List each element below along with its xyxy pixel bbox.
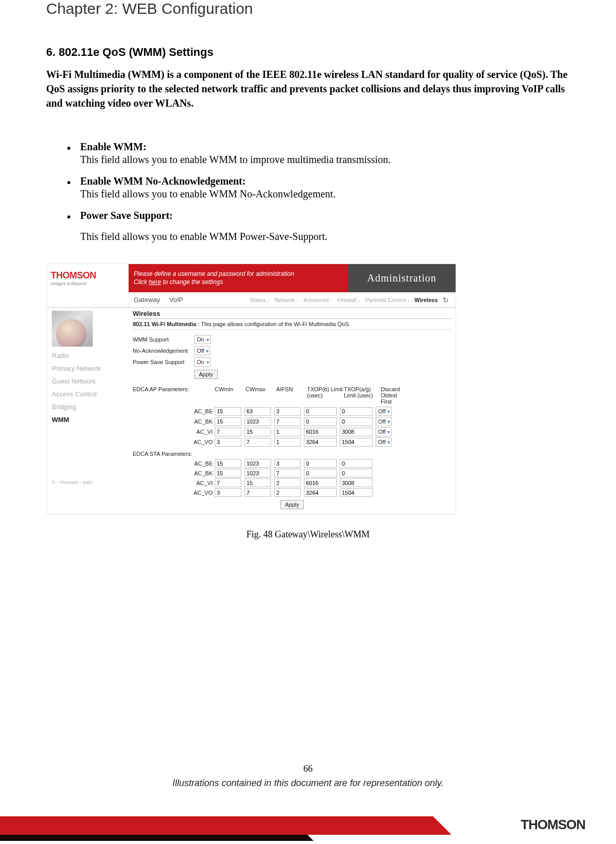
bullet-dot-icon: ● bbox=[67, 175, 71, 200]
edca-input[interactable] bbox=[304, 407, 337, 416]
edca-input[interactable] bbox=[244, 428, 271, 436]
edca-input[interactable] bbox=[274, 428, 301, 436]
discard-select[interactable]: Off▾ bbox=[376, 407, 392, 416]
edca-input[interactable] bbox=[215, 417, 241, 426]
banner-here-link[interactable]: here bbox=[149, 278, 161, 286]
sidebar: RadioPrimary NetworkGuest NetworkAccess … bbox=[47, 308, 129, 514]
subtab-advanced[interactable]: Advanced - bbox=[303, 297, 332, 303]
bullet-title: Enable WMM: bbox=[80, 141, 570, 153]
edca-input[interactable] bbox=[274, 438, 301, 447]
edca-input[interactable] bbox=[215, 438, 241, 447]
bullet-desc: This field allows you to enable WMM to i… bbox=[80, 153, 570, 166]
content-panel: Wireless 802.11 Wi-Fi Multimedia : This … bbox=[129, 308, 456, 514]
apply-button-2[interactable]: Apply bbox=[280, 500, 304, 509]
col-cwmax: CWmax bbox=[245, 386, 276, 405]
footer-black-bar bbox=[0, 835, 307, 841]
tab-gateway[interactable]: Gateway bbox=[134, 296, 160, 304]
pss-value: On bbox=[197, 359, 204, 365]
chapter-title: Chapter 2: WEB Configuration bbox=[46, 0, 570, 17]
edca-input[interactable] bbox=[304, 417, 337, 426]
no-ack-select[interactable]: Off▾ bbox=[194, 346, 210, 355]
apply-button[interactable]: Apply bbox=[194, 370, 218, 379]
footer-brand: THOMSON bbox=[521, 817, 585, 833]
edca-input[interactable] bbox=[304, 469, 337, 477]
page-sub-rest: : This page allows configuration of the … bbox=[196, 321, 351, 327]
edca-input[interactable] bbox=[215, 488, 241, 497]
chevron-down-icon: ▾ bbox=[207, 337, 209, 343]
col-txopb: TXOP(b) Limit (usec) bbox=[307, 386, 344, 405]
subtab-status[interactable]: Status - bbox=[250, 297, 269, 303]
edca-input[interactable] bbox=[215, 469, 241, 477]
warning-banner: Please define a username and password fo… bbox=[129, 264, 348, 292]
edca-input[interactable] bbox=[215, 459, 241, 468]
edca-input[interactable] bbox=[340, 469, 373, 477]
subtab-firewall[interactable]: Firewall - bbox=[337, 297, 360, 303]
subtab-parental[interactable]: Parental Control - bbox=[365, 297, 409, 303]
edca-input[interactable] bbox=[274, 469, 301, 477]
no-ack-value: Off bbox=[197, 348, 204, 354]
edca-input[interactable] bbox=[274, 459, 301, 468]
page-heading: Wireless bbox=[133, 310, 451, 319]
subtab-network[interactable]: Network - bbox=[274, 297, 298, 303]
edca-input[interactable] bbox=[304, 428, 337, 436]
figure-caption: Fig. 48 Gateway\Wireless\WMM bbox=[46, 529, 570, 540]
edca-input[interactable] bbox=[215, 478, 241, 487]
discard-select[interactable]: Off▾ bbox=[376, 417, 392, 426]
chevron-down-icon: ▾ bbox=[387, 429, 390, 435]
col-aifsn: AIFSN bbox=[276, 386, 307, 405]
row-label: AC_BE bbox=[133, 460, 215, 467]
edca-input[interactable] bbox=[340, 459, 373, 468]
edca-input[interactable] bbox=[304, 438, 337, 447]
row-label: AC_VI bbox=[133, 480, 215, 486]
edca-ap-title: EDCA AP Parameters: bbox=[133, 386, 215, 405]
discard-value: Off bbox=[378, 408, 385, 414]
banner-line1: Please define a username and password fo… bbox=[134, 270, 343, 278]
sidebar-item-primary-network[interactable]: Primary Network bbox=[52, 365, 124, 372]
edca-input[interactable] bbox=[340, 478, 373, 487]
page-subheading: 802.11 Wi-Fi Multimedia : This page allo… bbox=[133, 319, 451, 330]
edca-input[interactable] bbox=[244, 407, 271, 416]
sidebar-item-guest-network[interactable]: Guest Network bbox=[52, 377, 124, 385]
edca-input[interactable] bbox=[244, 478, 271, 487]
refresh-icon[interactable]: ↻ bbox=[443, 296, 449, 304]
footer: THOMSON bbox=[0, 809, 616, 844]
edca-input[interactable] bbox=[244, 459, 271, 468]
edca-ap-table: EDCA AP Parameters: CWmin CWmax AIFSN TX… bbox=[133, 386, 451, 447]
edca-input[interactable] bbox=[274, 488, 301, 497]
discard-value: Off bbox=[378, 429, 385, 435]
main-tabs: Gateway VoIP bbox=[129, 292, 247, 307]
edca-input[interactable] bbox=[340, 407, 373, 416]
edca-input[interactable] bbox=[244, 488, 271, 497]
table-row: AC_VO bbox=[133, 488, 451, 497]
edca-input[interactable] bbox=[304, 478, 337, 487]
wmm-support-select[interactable]: On▾ bbox=[194, 335, 211, 344]
edca-input[interactable] bbox=[274, 478, 301, 487]
edca-input[interactable] bbox=[244, 438, 271, 447]
sidebar-item-radio[interactable]: Radio bbox=[52, 352, 124, 359]
edca-input[interactable] bbox=[244, 469, 271, 477]
edca-input[interactable] bbox=[340, 417, 373, 426]
sidebar-item-wmm[interactable]: WMM bbox=[52, 416, 124, 424]
edca-input[interactable] bbox=[215, 428, 241, 436]
row-label: AC_VO bbox=[133, 490, 215, 496]
discard-select[interactable]: Off▾ bbox=[376, 427, 392, 436]
chevron-down-icon: ▾ bbox=[207, 359, 209, 365]
edca-input[interactable] bbox=[274, 407, 301, 416]
edca-input[interactable] bbox=[274, 417, 301, 426]
edca-input[interactable] bbox=[304, 488, 337, 497]
discard-value: Off bbox=[378, 418, 385, 425]
edca-input[interactable] bbox=[244, 417, 271, 426]
edca-input[interactable] bbox=[340, 488, 373, 497]
edca-input[interactable] bbox=[340, 438, 373, 447]
edca-input[interactable] bbox=[215, 407, 241, 416]
bullet-desc: This field allows you to enable WMM No-A… bbox=[80, 187, 570, 200]
edca-input[interactable] bbox=[304, 459, 337, 468]
sidebar-item-access-control[interactable]: Access Control bbox=[52, 390, 124, 398]
discard-value: Off bbox=[378, 439, 385, 445]
sidebar-item-bridging[interactable]: Bridging bbox=[52, 403, 124, 411]
tab-voip[interactable]: VoIP bbox=[169, 296, 183, 304]
subtab-wireless[interactable]: Wireless bbox=[415, 297, 438, 303]
discard-select[interactable]: Off▾ bbox=[376, 437, 392, 447]
edca-input[interactable] bbox=[340, 428, 373, 436]
pss-select[interactable]: On▾ bbox=[194, 357, 211, 367]
